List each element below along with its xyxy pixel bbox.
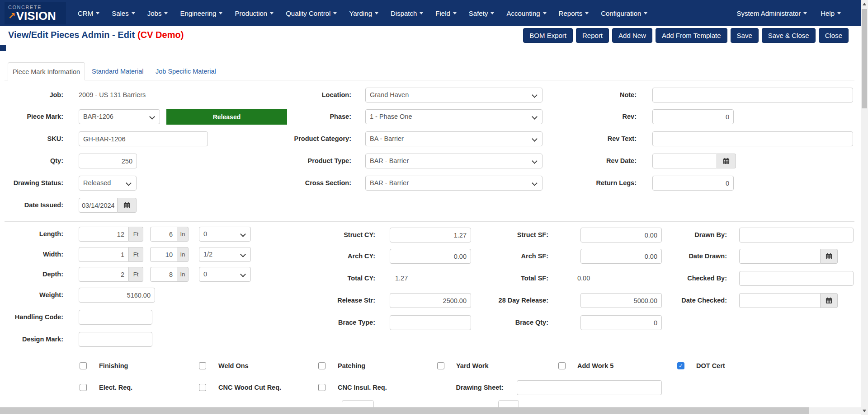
menu-configuration[interactable]: Configuration bbox=[601, 9, 647, 17]
date-issued-input[interactable] bbox=[79, 198, 118, 213]
note-label: Note: bbox=[528, 88, 637, 103]
design-mark-input[interactable] bbox=[79, 332, 152, 347]
vertical-scrollbar[interactable] bbox=[861, 0, 868, 415]
close-button[interactable]: Close bbox=[819, 28, 849, 43]
brand-line2: ↗VISION bbox=[8, 10, 66, 22]
drawing-sheet-input[interactable] bbox=[517, 380, 662, 395]
product-type-label: Product Type: bbox=[243, 154, 351, 168]
arch-cy-label: Arch CY: bbox=[285, 249, 375, 264]
job-label: Job: bbox=[5, 88, 63, 103]
checkbox-dot-cert[interactable] bbox=[677, 362, 684, 369]
date-drawn-input[interactable] bbox=[739, 249, 821, 264]
menu-sales[interactable]: Sales bbox=[112, 9, 135, 17]
tab-piece-mark-information[interactable]: Piece Mark Information bbox=[8, 62, 85, 80]
drawn-by-input[interactable] bbox=[739, 228, 854, 242]
product-category-select[interactable]: BA - Barrier bbox=[365, 131, 542, 146]
checkbox-cnc-insul-req[interactable] bbox=[318, 384, 326, 391]
checkbox-cnc-wood-cut-req[interactable] bbox=[199, 384, 206, 391]
handling-code-input[interactable] bbox=[79, 310, 152, 325]
menu-accounting[interactable]: Accounting bbox=[506, 9, 546, 17]
rev-text-label: Rev Text: bbox=[528, 131, 637, 146]
qty-input[interactable] bbox=[79, 154, 137, 168]
piece-mark-label: Piece Mark: bbox=[5, 109, 63, 124]
checked-by-input[interactable] bbox=[739, 271, 854, 286]
menu-dispatch[interactable]: Dispatch bbox=[391, 9, 423, 17]
checkbox-elect-req[interactable] bbox=[80, 384, 87, 391]
add-new-button[interactable]: Add New bbox=[612, 28, 652, 43]
product-type-select[interactable]: BAR - Barrier bbox=[365, 154, 542, 168]
rev-text-input[interactable] bbox=[652, 131, 853, 146]
sku-input[interactable] bbox=[79, 131, 208, 146]
note-input[interactable] bbox=[652, 88, 853, 103]
date-checked-input[interactable] bbox=[739, 293, 821, 308]
horizontal-scrollbar-thumb[interactable] bbox=[0, 407, 809, 414]
caret-down-icon bbox=[333, 12, 337, 14]
cross-section-select[interactable]: BAR - Barrier bbox=[365, 176, 542, 191]
tab-job-specific-material[interactable]: Job Specific Material bbox=[156, 62, 216, 80]
date-drawn-calendar-button[interactable] bbox=[821, 249, 838, 264]
brace-type-label: Brace Type: bbox=[285, 315, 375, 330]
checkbox-weld-ons[interactable] bbox=[199, 362, 206, 369]
header-buttons: BOM Export Report Add New Add From Templ… bbox=[523, 28, 849, 43]
depth-ft-input[interactable] bbox=[79, 267, 129, 282]
caret-down-icon bbox=[543, 12, 547, 14]
checkbox-finishing[interactable] bbox=[80, 362, 87, 369]
menu-jobs[interactable]: Jobs bbox=[147, 9, 168, 17]
length-in-input[interactable] bbox=[150, 227, 177, 242]
rev-date-calendar-button[interactable] bbox=[717, 154, 736, 168]
weight-input[interactable] bbox=[79, 288, 155, 303]
caret-down-icon bbox=[491, 12, 494, 14]
date-issued-label: Date Issued: bbox=[5, 198, 63, 213]
menu-system-administrator[interactable]: System Administrator bbox=[736, 9, 807, 17]
width-in-input[interactable] bbox=[150, 247, 177, 262]
phase-select[interactable]: 1 - Phase One bbox=[365, 109, 542, 124]
checkbox-weld-ons-label: Weld Ons bbox=[218, 362, 249, 370]
add-from-template-button[interactable]: Add From Template bbox=[656, 28, 727, 43]
phase-value: 1 - Phase One bbox=[370, 113, 412, 120]
menu-production[interactable]: Production bbox=[235, 9, 274, 17]
menu-yarding[interactable]: Yarding bbox=[349, 9, 378, 17]
return-legs-input[interactable] bbox=[652, 176, 734, 191]
menu-quality-control[interactable]: Quality Control bbox=[286, 9, 337, 17]
depth-in-input[interactable] bbox=[150, 267, 177, 282]
menu-field[interactable]: Field bbox=[435, 9, 457, 17]
menu-help[interactable]: Help bbox=[821, 9, 841, 17]
caret-down-icon bbox=[270, 12, 274, 14]
calendar-icon bbox=[826, 253, 832, 260]
depth-fraction-select[interactable]: 0 bbox=[199, 267, 251, 282]
checked-by-label: Checked By: bbox=[637, 271, 727, 286]
checkbox-patching[interactable] bbox=[318, 362, 326, 369]
piece-mark-select[interactable]: BAR-1206 bbox=[79, 109, 160, 124]
report-button[interactable]: Report bbox=[576, 28, 609, 43]
menu-reports[interactable]: Reports bbox=[559, 9, 589, 17]
checkbox-yard-work[interactable] bbox=[437, 362, 444, 369]
rev-date-input[interactable] bbox=[652, 154, 717, 168]
scroll-down-arrow-icon[interactable] bbox=[863, 410, 866, 412]
rev-input[interactable] bbox=[652, 109, 734, 124]
menu-crm[interactable]: CRM bbox=[78, 9, 99, 17]
caret-down-icon bbox=[453, 12, 457, 14]
brand-logo[interactable]: CONCRETE ↗VISION bbox=[5, 2, 66, 24]
length-label: Length: bbox=[5, 227, 63, 242]
length-ft-input[interactable] bbox=[79, 227, 129, 242]
date-checked-calendar-button[interactable] bbox=[821, 293, 838, 308]
date-issued-calendar-button[interactable] bbox=[118, 198, 137, 213]
vertical-scrollbar-thumb[interactable] bbox=[862, 9, 867, 108]
drawing-status-select[interactable]: Released bbox=[79, 176, 137, 191]
length-fraction-select[interactable]: 0 bbox=[199, 227, 251, 242]
menu-engineering[interactable]: Engineering bbox=[180, 9, 222, 17]
scroll-up-arrow-icon[interactable] bbox=[863, 3, 866, 5]
bom-export-button[interactable]: BOM Export bbox=[523, 28, 573, 43]
menu-safety[interactable]: Safety bbox=[469, 9, 495, 17]
width-ft-input[interactable] bbox=[79, 247, 129, 262]
tab-standard-material[interactable]: Standard Material bbox=[92, 62, 143, 80]
save-and-close-button[interactable]: Save & Close bbox=[762, 28, 816, 43]
location-select[interactable]: Grand Haven bbox=[365, 88, 542, 103]
width-fraction-select[interactable]: 1/2 bbox=[199, 247, 251, 262]
checkbox-patching-label: Patching bbox=[338, 362, 365, 370]
save-button[interactable]: Save bbox=[731, 28, 759, 43]
length-fraction-value: 0 bbox=[203, 230, 207, 238]
brace-qty-input[interactable] bbox=[580, 315, 662, 330]
horizontal-scrollbar[interactable] bbox=[0, 407, 861, 414]
checkbox-add-work-5[interactable] bbox=[558, 362, 566, 369]
